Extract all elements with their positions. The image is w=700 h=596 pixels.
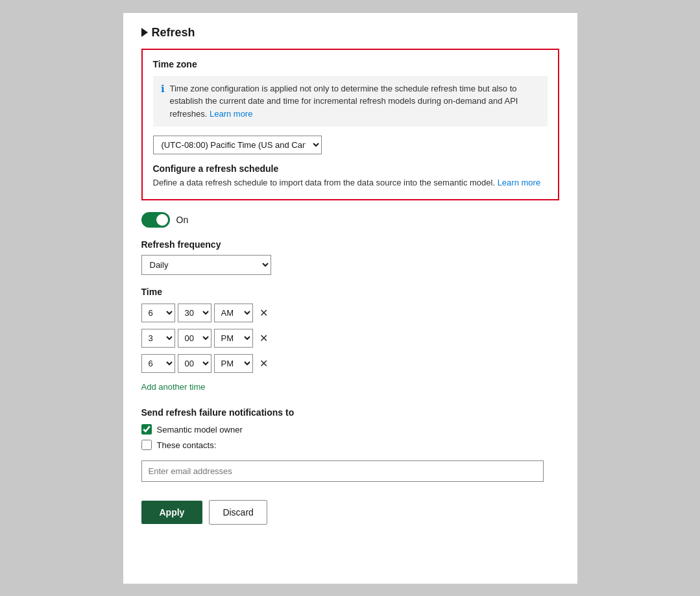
timezone-config-section: Time zone ℹ Time zone configuration is a…	[141, 49, 559, 201]
semantic-model-owner-label[interactable]: Semantic model owner	[157, 425, 243, 435]
time-2-minute[interactable]: 00153045	[178, 329, 211, 348]
timezone-info-text: Time zone configuration is applied not o…	[170, 82, 540, 121]
time-3-hour[interactable]: 6123 4578 9101112	[141, 354, 175, 373]
time-1-remove-btn[interactable]: ✕	[257, 305, 271, 320]
time-1-minute[interactable]: 30001545	[178, 304, 211, 322]
notifications-section: Send refresh failure notifications to Se…	[141, 407, 559, 500]
time-1-ampm[interactable]: AMPM	[214, 304, 253, 322]
button-row: Apply Discard	[141, 500, 559, 525]
time-3-minute[interactable]: 00153045	[178, 354, 211, 373]
these-contacts-row: These contacts:	[141, 440, 559, 450]
time-row-3: 6123 4578 9101112 00153045 PMAM ✕	[141, 354, 559, 373]
email-input[interactable]	[141, 460, 544, 482]
add-another-time-link[interactable]: Add another time	[141, 382, 206, 392]
discard-button[interactable]: Discard	[209, 500, 267, 525]
configure-learn-more-link[interactable]: Learn more	[498, 178, 540, 187]
semantic-model-owner-row: Semantic model owner	[141, 424, 559, 435]
toggle-label: On	[176, 215, 189, 225]
toggle-switch[interactable]	[141, 212, 170, 228]
time-2-remove-btn[interactable]: ✕	[257, 331, 271, 346]
timezone-select[interactable]: (UTC-08:00) Pacific Time (US and Can (UT…	[153, 136, 322, 154]
triangle-icon	[141, 28, 148, 37]
time-1-hour[interactable]: 6123 4578 9101112	[141, 304, 175, 322]
time-row-1: 6123 4578 9101112 30001545 AMPM ✕	[141, 304, 559, 322]
semantic-model-owner-checkbox[interactable]	[141, 424, 152, 435]
refresh-frequency-label: Refresh frequency	[141, 239, 559, 250]
toggle-thumb	[156, 214, 168, 226]
page-title: Refresh	[141, 26, 559, 40]
time-3-remove-btn[interactable]: ✕	[257, 356, 271, 371]
time-row-2: 3124 5678 9101112 00153045 PMAM ✕	[141, 329, 559, 348]
toggle-track	[141, 212, 170, 228]
main-panel: Refresh Time zone ℹ Time zone configurat…	[123, 13, 577, 584]
toggle-row: On	[141, 212, 559, 228]
time-section-label: Time	[141, 287, 559, 297]
notifications-label: Send refresh failure notifications to	[141, 407, 559, 418]
timezone-learn-more-link[interactable]: Learn more	[210, 109, 252, 119]
time-3-ampm[interactable]: PMAM	[214, 354, 253, 373]
these-contacts-checkbox[interactable]	[141, 440, 152, 450]
time-2-hour[interactable]: 3124 5678 9101112	[141, 329, 175, 348]
configure-title: Configure a refresh schedule	[153, 163, 548, 174]
timezone-info-box: ℹ Time zone configuration is applied not…	[153, 76, 548, 127]
frequency-select[interactable]: Daily Weekly Monthly	[141, 255, 271, 275]
info-icon: ℹ	[161, 83, 165, 95]
time-2-ampm[interactable]: PMAM	[214, 329, 253, 348]
configure-desc: Define a data refresh schedule to import…	[153, 178, 548, 187]
apply-button[interactable]: Apply	[141, 501, 203, 524]
these-contacts-label[interactable]: These contacts:	[157, 440, 217, 450]
timezone-title: Time zone	[153, 59, 548, 69]
